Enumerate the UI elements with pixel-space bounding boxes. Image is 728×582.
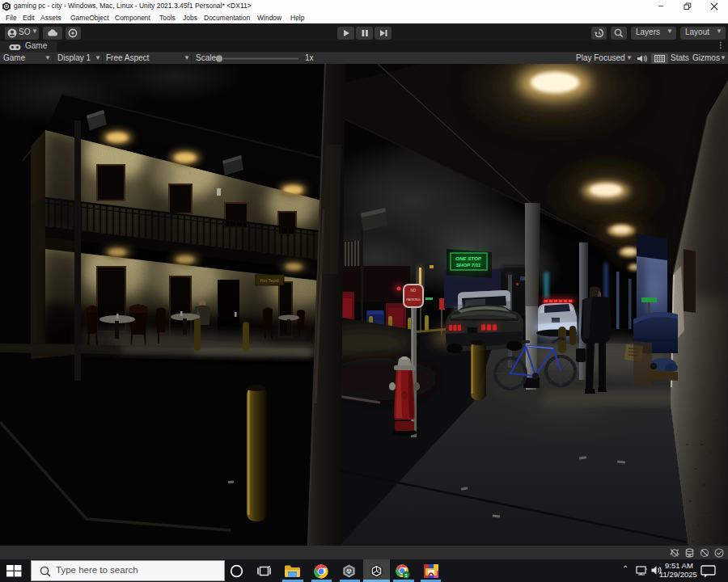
svg-text:NO: NO — [411, 289, 417, 293]
svg-text:PARKING: PARKING — [406, 297, 421, 302]
svg-text:ONE STOP: ONE STOP — [455, 255, 482, 261]
svg-text:s: s — [404, 571, 408, 579]
svg-text:SHOP 7/11: SHOP 7/11 — [456, 262, 481, 268]
